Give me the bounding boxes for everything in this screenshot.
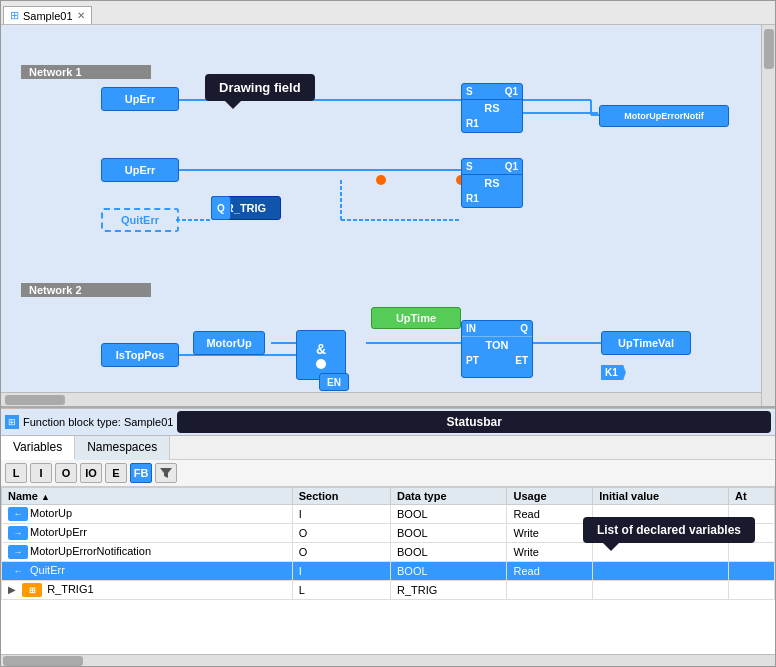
motorup-input-icon: ← — [8, 507, 28, 521]
filter-funnel-btn[interactable] — [155, 463, 177, 483]
rs1-center-label: RS — [462, 100, 522, 116]
scrollbar-thumb[interactable] — [764, 29, 774, 69]
namespaces-tab[interactable]: Namespaces — [75, 436, 170, 460]
ton-center-label: TON — [462, 337, 532, 353]
motorup-name: MotorUp — [30, 507, 72, 519]
variables-tab[interactable]: Variables — [1, 436, 75, 460]
ton-block[interactable]: IN Q TON PT ET — [461, 320, 533, 378]
sort-arrow-icon: ▲ — [41, 492, 50, 502]
quiterr-block[interactable]: QuitErr — [101, 208, 179, 232]
motorup-section: I — [292, 505, 390, 524]
bottom-panel: Variables Namespaces L I O IO E FB — [1, 436, 775, 666]
motorup-errornotif-block[interactable]: MotorUpErrorNotif — [599, 105, 729, 127]
col-usage-header[interactable]: Usage — [507, 488, 593, 505]
tab-close-icon[interactable]: ✕ — [77, 10, 85, 21]
motoruperr-datatype: BOOL — [390, 524, 507, 543]
uperr2-block[interactable]: UpErr — [101, 158, 179, 182]
rtrig1-name: R_TRIG1 — [47, 583, 93, 595]
rtrig-q-label: Q — [211, 196, 231, 220]
rs1-q-label: Q1 — [505, 86, 518, 97]
ton-pt-label: PT — [466, 355, 479, 366]
uperr1-block[interactable]: UpErr — [101, 87, 179, 111]
quiterr-section: I — [292, 562, 390, 581]
uptime-block[interactable]: UpTime — [371, 307, 461, 329]
motoruperrornotif-name: MotorUpErrorNotification — [30, 545, 151, 557]
filter-e-btn[interactable]: E — [105, 463, 127, 483]
ton-et-label: ET — [515, 355, 528, 366]
rs2-s-label: S — [466, 161, 473, 172]
ton-in-label: IN — [466, 323, 476, 334]
rs1-s-label: S — [466, 86, 473, 97]
tab-bar: ⊞ Sample01 ✕ — [1, 1, 775, 25]
filter-toolbar: L I O IO E FB — [1, 460, 775, 487]
rtrig1-at — [729, 581, 775, 600]
expand-arrow-icon[interactable]: ▶ — [8, 584, 16, 595]
k1-block: K1 — [601, 365, 626, 380]
filter-o-btn[interactable]: O — [55, 463, 77, 483]
motoruperrornotif-datatype: BOOL — [390, 543, 507, 562]
rs2-center-label: RS — [462, 175, 522, 191]
declared-variables-tooltip: List of declared variables — [583, 517, 755, 543]
funnel-icon — [159, 466, 173, 480]
statusbar-tooltip: Statusbar — [177, 411, 771, 433]
en-block[interactable]: EN — [319, 373, 349, 391]
col-at-header[interactable]: At — [729, 488, 775, 505]
rs2-r-label: R1 — [466, 193, 479, 204]
status-icon: ⊞ — [5, 415, 19, 429]
rs1-r-label: R1 — [466, 118, 479, 129]
horizontal-scrollbar[interactable] — [1, 392, 761, 406]
vertical-scrollbar[interactable] — [761, 25, 775, 406]
network1-label: Network 1 — [21, 65, 151, 79]
drawing-field-tooltip: Drawing field — [205, 74, 315, 101]
col-section-header[interactable]: Section — [292, 488, 390, 505]
ton-q-label: Q — [520, 323, 528, 334]
col-initial-header[interactable]: Initial value — [593, 488, 729, 505]
filter-l-btn[interactable]: L — [5, 463, 27, 483]
filter-io-btn[interactable]: IO — [80, 463, 102, 483]
filter-fb-btn[interactable]: FB — [130, 463, 152, 483]
col-name-header[interactable]: Name ▲ — [2, 488, 293, 505]
and-label: & — [316, 341, 326, 357]
motoruperrornotif-usage: Write — [507, 543, 593, 562]
variables-table-scroll[interactable]: Name ▲ Section Data type Usage Initial v… — [1, 487, 775, 654]
rs2-block[interactable]: S Q1 RS R1 — [461, 158, 523, 208]
status-bar: ⊞ Function block type: Sample01 Statusba… — [1, 408, 775, 436]
uptimeval-block[interactable]: UpTimeVal — [601, 331, 691, 355]
motoruperrornotif-output-icon: → — [8, 545, 28, 559]
motoruperr-output-icon: → — [8, 526, 28, 540]
motoruperrornotif-section: O — [292, 543, 390, 562]
k1-label: K1 — [605, 367, 618, 378]
network2-label: Network 2 — [21, 283, 151, 297]
quiterr-initial — [593, 562, 729, 581]
svg-point-8 — [376, 175, 386, 185]
tab-icon: ⊞ — [10, 9, 19, 22]
table-row[interactable]: →MotorUpErrorNotification O BOOL Write — [2, 543, 775, 562]
status-label: Function block type: Sample01 — [23, 416, 173, 428]
rtrig1-section: L — [292, 581, 390, 600]
quiterr-name: QuitErr — [30, 564, 65, 576]
filter-i-btn[interactable]: I — [30, 463, 52, 483]
tab-label: Sample01 — [23, 10, 73, 22]
table-row-selected[interactable]: ←QuitErr I BOOL Read — [2, 562, 775, 581]
rtrig1-usage — [507, 581, 593, 600]
rtrig1-local-icon: ⊞ — [22, 583, 42, 597]
drawing-area: Network 1 Drawing field UpErr UpErr Quit… — [1, 25, 775, 408]
istoppos-block[interactable]: IsTopPos — [101, 343, 179, 367]
motoruperrornotif-at — [729, 543, 775, 562]
rs2-q-label: Q1 — [505, 161, 518, 172]
quiterr-input-icon: ← — [8, 564, 28, 578]
motoruperr-section: O — [292, 524, 390, 543]
variables-table: Name ▲ Section Data type Usage Initial v… — [1, 487, 775, 600]
rs1-block[interactable]: S Q1 RS R1 — [461, 83, 523, 133]
motorup-block[interactable]: MotorUp — [193, 331, 265, 355]
quiterr-at — [729, 562, 775, 581]
table-h-scrollbar[interactable] — [1, 654, 775, 666]
scrollbar-h-thumb[interactable] — [5, 395, 65, 405]
motoruperr-usage: Write — [507, 524, 593, 543]
and-circle — [316, 359, 326, 369]
table-row[interactable]: ▶ ⊞ R_TRIG1 L R_TRIG — [2, 581, 775, 600]
rtrig1-initial — [593, 581, 729, 600]
table-h-scrollbar-thumb[interactable] — [3, 656, 83, 666]
col-datatype-header[interactable]: Data type — [390, 488, 507, 505]
sample01-tab[interactable]: ⊞ Sample01 ✕ — [3, 6, 92, 24]
